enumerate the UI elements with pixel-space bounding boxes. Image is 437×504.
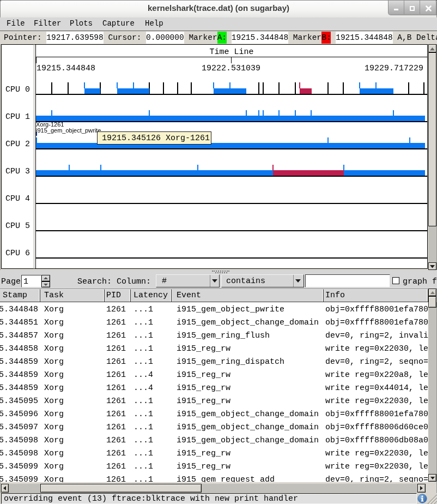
svg-text:19222.531039: 19222.531039 (202, 64, 260, 73)
svg-text:19215.344848: 19215.344848 (37, 64, 95, 73)
svg-text:CPU 0: CPU 0 (5, 85, 30, 94)
svg-text:CPU 4: CPU 4 (5, 194, 30, 203)
svg-text:Time Line: Time Line (209, 47, 253, 57)
svg-text:CPU 2: CPU 2 (5, 140, 30, 149)
svg-text:CPU 3: CPU 3 (5, 167, 30, 176)
svg-text:19229.717229: 19229.717229 (365, 64, 423, 73)
svg-text:CPU 1: CPU 1 (5, 112, 30, 122)
svg-text:CPU 5: CPU 5 (5, 221, 30, 231)
svg-text:CPU 6: CPU 6 (5, 249, 30, 258)
